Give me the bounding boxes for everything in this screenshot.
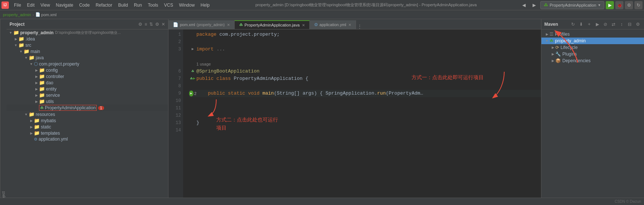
debug-button[interactable]: 🐞	[615, 1, 623, 9]
navigate-back-btn[interactable]: ◀	[520, 1, 529, 10]
run-button[interactable]: ▶	[606, 1, 614, 9]
tree-node-mybatis[interactable]: ▶ 📁 mybatis	[7, 117, 168, 124]
menu-help[interactable]: Help	[198, 2, 213, 8]
folder-icon-templates: 📁	[34, 130, 40, 136]
tree-node-root[interactable]: ▼ 📁 property_admin D:\springboot物业管理\spr…	[7, 29, 168, 36]
code-text-4	[196, 53, 199, 60]
breadcrumb-file[interactable]: pom.xml	[41, 13, 57, 17]
run-gutter-btn-9[interactable]: ▶	[189, 91, 193, 96]
tree-node-service[interactable]: ▶ 📁 service	[7, 92, 168, 98]
more-tabs-btn[interactable]: ⋮	[357, 24, 362, 29]
run-gutter-7[interactable]: ▶	[193, 75, 195, 82]
csdn-credit: CSDN © Dwzun	[615, 199, 641, 204]
menu-tools[interactable]: Tools	[145, 2, 161, 8]
tree-node-main[interactable]: ▼ 📁 main	[7, 48, 168, 54]
arrow-dao: ▶	[34, 81, 39, 85]
tree-node-dao[interactable]: ▶ 📁 dao	[7, 79, 168, 86]
folder-icon-controller: 📁	[39, 74, 45, 79]
maven-settings-btn[interactable]: ⚙	[634, 21, 641, 28]
maven-add-btn[interactable]: +	[586, 21, 593, 28]
fold-icon-3[interactable]: ▶	[192, 46, 194, 53]
update-btn[interactable]: ↻	[634, 1, 643, 9]
menu-code[interactable]: Code	[76, 2, 93, 8]
maven-skip-btn[interactable]: ⊘	[602, 21, 609, 28]
file-tree-sort[interactable]: ⇅	[149, 22, 153, 27]
tree-node-entity[interactable]: ▶ 📁 entity	[7, 86, 168, 92]
menu-build[interactable]: Build	[115, 2, 131, 8]
arrow-src: ▼	[13, 43, 18, 47]
tab-close-main[interactable]: ✕	[302, 23, 305, 27]
breadcrumb-project[interactable]: property_admin	[3, 13, 31, 17]
folder-icon-mybatis: 📁	[34, 118, 40, 123]
file-tree-collapse[interactable]: ≡	[145, 22, 147, 27]
yml-tab-icon: ⚙	[314, 22, 318, 27]
tree-node-yml[interactable]: ▶ ⚙ application.yml	[7, 136, 168, 142]
tab-close-yml[interactable]: ✕	[348, 23, 351, 27]
maven-header: Maven ↻ ⬇ + ▶ ⊘ ⇄ ↕ ⊟ ⚙	[541, 19, 644, 29]
gutter-7: ☘ ▶	[189, 75, 196, 82]
menu-edit[interactable]: Edit	[24, 2, 38, 8]
gutter-9: ▶ 2	[189, 90, 196, 97]
node-badge: 1	[98, 106, 104, 110]
arrow-static: ▶	[29, 125, 34, 129]
maven-run-btn[interactable]: ▶	[594, 21, 601, 28]
arrow-config: ▶	[34, 68, 39, 72]
node-label-java: java	[36, 55, 44, 60]
menu-navigate[interactable]: Navigate	[53, 2, 76, 8]
tab-main-class[interactable]: ☘ PropertyAdminApplication.java ✕	[235, 20, 310, 29]
folder-icon-utils: 📁	[39, 99, 45, 104]
tree-node-config[interactable]: ▶ 📁 config	[7, 67, 168, 73]
tree-node-main-class[interactable]: ▶ ☘ PropertyAdminApplication 1	[7, 105, 168, 111]
tree-node-idea[interactable]: ▶ 📁 .idea	[7, 36, 168, 42]
tab-pom-xml[interactable]: 📄 pom.xml (property_admin) ✕	[168, 20, 235, 29]
menu-refactor[interactable]: Refactor	[93, 2, 115, 8]
menu-window[interactable]: Window	[176, 2, 198, 8]
run-config-selector[interactable]: ☘ PropertyAdminApplication ▼	[540, 1, 605, 9]
menu-run[interactable]: Run	[131, 2, 145, 8]
line-numbers: 1 2 3 6 7 8 9 10 11 12 13 14	[168, 29, 183, 205]
tree-node-static[interactable]: ▶ 📁 static	[7, 124, 168, 130]
tree-node-controller[interactable]: ▶ 📁 controller	[7, 73, 168, 79]
file-tree-actions: ⚙ ≡ ⇅ ⚙ ✕	[138, 22, 165, 27]
code-text-2	[196, 38, 199, 46]
node-label-service: service	[46, 93, 60, 98]
node-label-root: property_admin	[20, 30, 54, 35]
tree-node-templates[interactable]: ▶ 📁 templates	[7, 130, 168, 136]
tree-node-src[interactable]: ▼ 📁 src	[7, 42, 168, 48]
file-tree-gear[interactable]: ⚙	[138, 22, 142, 27]
maven-download-btn[interactable]: ⬇	[578, 21, 584, 28]
file-tree-title: Project	[10, 22, 25, 27]
tree-node-utils[interactable]: ▶ 📁 utils	[7, 98, 168, 105]
maven-collapse-btn[interactable]: ⊟	[626, 21, 633, 28]
file-tree-header: Project ⚙ ≡ ⇅ ⚙ ✕	[7, 19, 168, 29]
maven-arrow-profiles: ▶	[544, 32, 549, 36]
window-title: property_admin [D:\springboot物业管理\spring…	[213, 2, 519, 8]
tree-node-java[interactable]: ▼ 📁 java	[7, 54, 168, 61]
more-actions-btn[interactable]: ⚙	[625, 1, 633, 9]
maven-refresh-btn[interactable]: ↻	[570, 21, 576, 28]
arrow-mybatis: ▶	[29, 119, 34, 123]
yml-icon: ⚙	[34, 137, 38, 142]
maven-toggle-btn[interactable]: ⇄	[610, 21, 617, 28]
tab-close-pom[interactable]: ✕	[227, 23, 230, 27]
code-area[interactable]: package com.project.property; ▶ import .…	[183, 29, 541, 205]
maven-panel: Maven ↻ ⬇ + ▶ ⊘ ⇄ ↕ ⊟ ⚙ ▶ ☰ Profiles	[541, 19, 644, 205]
file-tree-settings[interactable]: ⚙	[155, 22, 159, 27]
node-label-resources: resources	[36, 112, 55, 117]
menu-view[interactable]: View	[38, 2, 53, 8]
tab-yml[interactable]: ⚙ application.yml ✕	[310, 20, 356, 29]
annotation1-container: 方式一：点击此处即可运行项目	[412, 74, 537, 99]
node-label-main: main	[31, 49, 40, 54]
menu-file[interactable]: File	[11, 2, 24, 8]
run-config-name: PropertyAdminApplication	[550, 3, 597, 7]
menu-vcs[interactable]: VCS	[161, 2, 176, 8]
node-label-yml: application.yml	[39, 137, 68, 142]
file-tree-close[interactable]: ✕	[161, 22, 165, 27]
tree-node-resources[interactable]: ▼ 📁 resources	[7, 111, 168, 117]
node-label-templates: templates	[41, 131, 60, 136]
xml-icon: 📄	[35, 12, 40, 17]
node-label-package: com.project.property	[39, 61, 79, 67]
maven-scroll-btn[interactable]: ↕	[618, 21, 625, 28]
tree-node-package[interactable]: ▼ ⬡ com.project.property	[7, 61, 168, 67]
navigate-fwd-btn[interactable]: ▶	[530, 1, 539, 10]
